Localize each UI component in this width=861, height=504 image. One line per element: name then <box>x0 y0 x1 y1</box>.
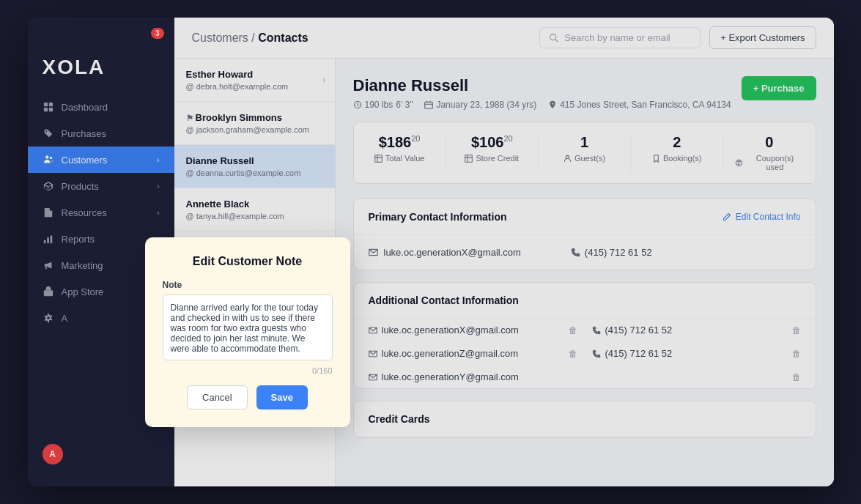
modal-title: Edit Customer Note <box>163 255 333 268</box>
app-window: 3 XOLA Dashboard Purchases <box>28 18 834 486</box>
modal-actions: Cancel Save <box>163 385 333 410</box>
modal-overlay: Edit Customer Note Note Dianne arrived e… <box>28 18 834 486</box>
save-button[interactable]: Save <box>256 385 308 410</box>
edit-note-modal: Edit Customer Note Note Dianne arrived e… <box>145 237 350 427</box>
note-counter: 0/160 <box>163 366 333 375</box>
note-textarea[interactable]: Dianne arrived early for the tour today … <box>163 294 333 360</box>
note-label: Note <box>163 280 333 290</box>
cancel-button[interactable]: Cancel <box>187 385 247 410</box>
